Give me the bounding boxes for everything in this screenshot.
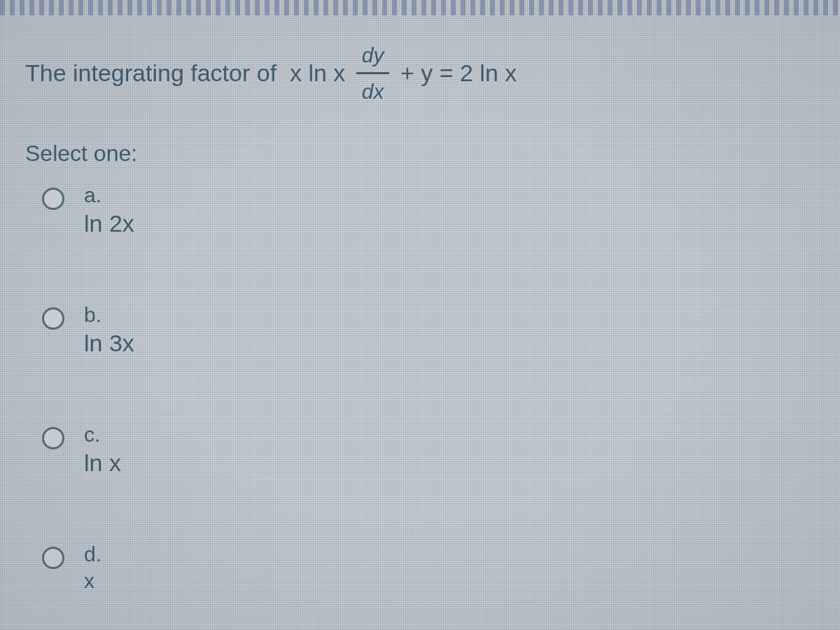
fraction-dy-dx: dy dx [356,39,390,107]
option-c[interactable]: c. ln x [42,423,815,477]
radio-icon[interactable] [42,188,64,210]
question-prefix: The integrating factor of x ln x [25,55,352,91]
option-letter: a. [84,183,134,207]
question-panel: The integrating factor of x ln x dy dx +… [0,0,840,624]
option-letter: d. [84,542,102,566]
option-body: b. ln 3x [84,303,134,357]
option-b[interactable]: b. ln 3x [42,303,815,357]
option-value: ln 3x [84,330,134,357]
question-suffix: + y = 2 ln x [393,55,517,91]
radio-icon[interactable] [42,427,64,449]
question-text: The integrating factor of x ln x dy dx +… [25,39,815,107]
option-body: d. x [84,542,102,593]
fraction-denominator: dx [356,74,390,107]
option-a[interactable]: a. ln 2x [42,183,815,237]
option-d[interactable]: d. x [42,542,815,593]
option-value: ln 2x [84,210,134,237]
option-value: ln x [84,449,121,477]
option-body: c. ln x [84,423,121,477]
fraction-numerator: dy [356,39,390,74]
option-letter: c. [84,423,121,447]
radio-icon[interactable] [42,307,64,330]
select-one-prompt: Select one: [25,141,815,167]
option-value: x [84,569,102,593]
option-letter: b. [84,303,134,327]
radio-icon[interactable] [42,547,64,569]
option-body: a. ln 2x [84,183,134,237]
